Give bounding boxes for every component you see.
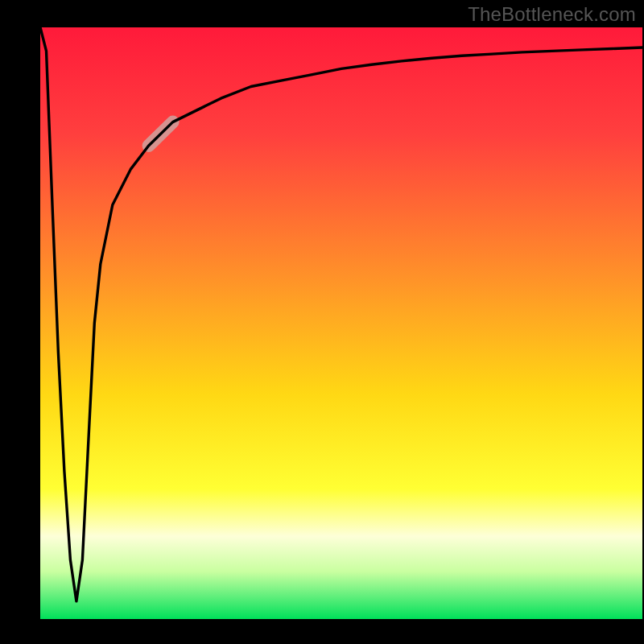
chart-frame: TheBottleneck.com <box>0 0 644 644</box>
attribution-text: TheBottleneck.com <box>468 3 636 26</box>
plot-background <box>40 27 642 619</box>
chart-svg <box>0 0 644 644</box>
